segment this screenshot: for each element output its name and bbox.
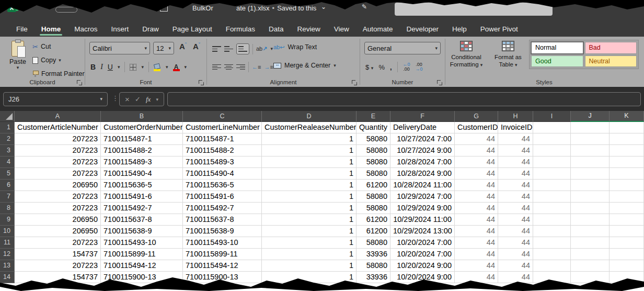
column-header-J[interactable]: J — [571, 111, 610, 122]
cell-H7[interactable]: 44 — [498, 191, 533, 203]
cut-button[interactable]: ✂ Cut — [32, 42, 51, 51]
row-header-11[interactable]: 11 — [0, 237, 15, 249]
cell-I7[interactable] — [533, 191, 571, 203]
cell-K13[interactable] — [610, 260, 644, 272]
cell-F13[interactable]: 10/20/2024 9:00 — [390, 260, 455, 272]
cell-E4[interactable]: 58080 — [356, 156, 390, 168]
cell-E10[interactable]: 61200 — [356, 226, 390, 237]
cell-G8[interactable]: 44 — [455, 203, 498, 214]
decrease-decimal-button[interactable]: .00→0 — [416, 62, 423, 72]
cell-A6[interactable]: 206950 — [15, 180, 101, 191]
number-format-combobox[interactable]: General▾ — [364, 42, 441, 54]
cell-F7[interactable]: 10/29/2024 7:00 — [390, 191, 455, 203]
cell-H8[interactable]: 44 — [498, 203, 533, 214]
conditional-formatting-button[interactable]: Conditional Formatting ▾ — [446, 41, 486, 69]
cell-H4[interactable]: 44 — [498, 156, 533, 168]
cell-F4[interactable]: 10/28/2024 7:00 — [390, 156, 455, 168]
increase-indent-button[interactable]: →≡ — [264, 64, 273, 70]
borders-chevron-icon[interactable]: ▾ — [141, 65, 144, 70]
clipboard-dialog-launcher[interactable] — [77, 80, 82, 85]
row-header-9[interactable]: 9 — [0, 214, 15, 226]
row-header-7[interactable]: 7 — [0, 191, 15, 203]
merge-center-button[interactable]: Merge & Center ▾ — [273, 62, 336, 69]
fill-color-chevron-icon[interactable]: ▾ — [166, 65, 168, 70]
underline-button[interactable]: U — [108, 63, 113, 71]
tab-home[interactable]: Home — [34, 23, 68, 37]
select-all-corner[interactable] — [0, 111, 15, 122]
row-header-8[interactable]: 8 — [0, 203, 15, 214]
increase-decimal-button[interactable]: ←0.00 — [403, 62, 410, 72]
cell-K6[interactable] — [610, 180, 644, 191]
cell-F6[interactable]: 10/28/2024 11:00 — [390, 180, 455, 191]
tab-macros[interactable]: Macros — [67, 23, 104, 37]
cell-I2[interactable] — [533, 133, 571, 145]
cell-I3[interactable] — [533, 145, 571, 156]
column-header-C[interactable]: C — [183, 111, 262, 122]
cell-F12[interactable]: 10/20/2024 7:00 — [390, 249, 455, 260]
cell-D8[interactable]: 1 — [262, 203, 356, 214]
cell-C4[interactable]: 7100115489-3 — [183, 156, 262, 168]
cell-H11[interactable]: 44 — [498, 237, 533, 249]
cell-I4[interactable] — [533, 156, 571, 168]
cell-K8[interactable] — [610, 203, 644, 214]
currency-button[interactable]: $ ▾ — [365, 63, 373, 71]
column-header-G[interactable]: G — [455, 111, 498, 122]
cell-G4[interactable]: 44 — [455, 156, 498, 168]
formula-bar-handle[interactable]: ⋮ — [112, 94, 119, 102]
cell-D5[interactable]: 1 — [262, 168, 356, 180]
cell-K9[interactable] — [610, 214, 644, 226]
align-right-button[interactable] — [236, 64, 245, 71]
cell-G12[interactable]: 44 — [455, 249, 498, 260]
cell-style-bad[interactable]: Bad — [585, 42, 637, 54]
cell-A5[interactable]: 207223 — [15, 168, 101, 180]
cell-G7[interactable]: 44 — [455, 191, 498, 203]
cell-A9[interactable]: 206950 — [15, 214, 101, 226]
row-header-10[interactable]: 10 — [0, 226, 15, 237]
enter-button[interactable]: ✓ — [135, 95, 141, 103]
cell-C8[interactable]: 7100115492-7 — [183, 203, 262, 214]
cell-J6[interactable] — [571, 180, 610, 191]
cell-D6[interactable]: 1 — [262, 180, 356, 191]
cell-E1[interactable]: Quantity — [356, 122, 390, 133]
cell-B4[interactable]: 7100115489-3 — [101, 156, 183, 168]
cell-C12[interactable]: 7100115899-11 — [183, 249, 262, 260]
cell-G14[interactable]: 44 — [455, 272, 498, 283]
cell-J8[interactable] — [571, 203, 610, 214]
orientation-chevron-icon[interactable]: ▾ — [270, 47, 273, 51]
cell-B10[interactable]: 7100115638-9 — [101, 226, 183, 237]
borders-icon[interactable] — [130, 64, 136, 71]
tab-automate[interactable]: Automate — [356, 23, 400, 37]
cell-J7[interactable] — [571, 191, 610, 203]
orientation-button[interactable]: ab↗ — [256, 46, 267, 52]
cell-B2[interactable]: 7100115487-1 — [101, 133, 183, 145]
cell-F14[interactable]: 10/20/2024 9:00 — [390, 272, 455, 283]
number-dialog-launcher[interactable] — [437, 80, 442, 85]
row-header-12[interactable]: 12 — [0, 249, 15, 260]
tab-page-layout[interactable]: Page Layout — [166, 23, 219, 37]
tab-formulas[interactable]: Formulas — [219, 23, 262, 37]
cell-C14[interactable]: 7100115900-13 — [183, 272, 262, 283]
cell-E7[interactable]: 58080 — [356, 191, 390, 203]
cell-A10[interactable]: 206950 — [15, 226, 101, 237]
cell-B11[interactable]: 7100115493-10 — [101, 237, 183, 249]
tab-draw[interactable]: Draw — [135, 23, 166, 37]
cell-H6[interactable]: 44 — [498, 180, 533, 191]
cell-E6[interactable]: 61200 — [356, 180, 390, 191]
cell-K5[interactable] — [610, 168, 644, 180]
cell-E13[interactable]: 58080 — [356, 260, 390, 272]
cell-J10[interactable] — [571, 226, 610, 237]
cell-G9[interactable]: 44 — [455, 214, 498, 226]
cell-G3[interactable]: 44 — [455, 145, 498, 156]
cell-E12[interactable]: 33936 — [356, 249, 390, 260]
cell-F1[interactable]: DeliveryDate — [390, 122, 455, 133]
tab-developer[interactable]: Developer — [400, 23, 446, 37]
cell-C9[interactable]: 7100115637-8 — [183, 214, 262, 226]
cell-A3[interactable]: 207223 — [15, 145, 101, 156]
cell-D9[interactable]: 1 — [262, 214, 356, 226]
copy-button[interactable]: Copy ▾ — [32, 55, 61, 65]
cell-E3[interactable]: 58080 — [356, 145, 390, 156]
cell-I13[interactable] — [533, 260, 571, 272]
cell-H14[interactable]: 44 — [498, 272, 533, 283]
cell-D3[interactable]: 1 — [262, 145, 356, 156]
cell-H5[interactable]: 44 — [498, 168, 533, 180]
